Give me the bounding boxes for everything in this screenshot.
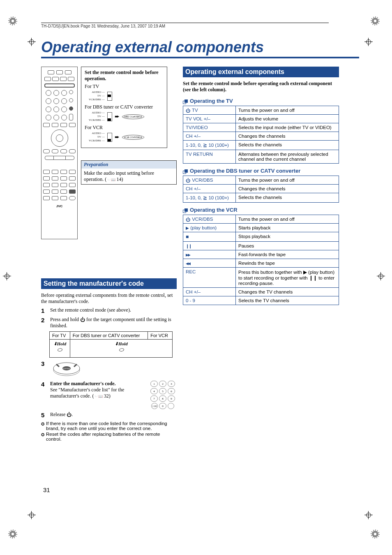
table-row: TV/VIDEOSelects the input mode (either T… xyxy=(183,123,339,132)
stop-icon xyxy=(186,234,189,239)
number-pad-icon: 123 456 789 ≥100 xyxy=(149,381,177,409)
step-3-diagram: ENTER xyxy=(50,360,177,378)
gear-icon xyxy=(8,16,17,25)
gear-icon xyxy=(371,16,380,25)
gear-icon xyxy=(371,530,380,539)
right-section-header: Operating external components xyxy=(183,67,339,77)
preparation-box: Preparation Make the audio input setting… xyxy=(81,160,177,185)
table-row: VCR/DBSTurns the power on and off xyxy=(183,176,339,185)
power-icon xyxy=(67,412,71,418)
for-vcr-label: For VCR xyxy=(85,125,164,131)
table-row: RECPress this button together with ▶ (pl… xyxy=(183,268,339,288)
crop-mark xyxy=(364,510,374,520)
bullet-icon xyxy=(41,421,44,431)
remote-brand: JVC xyxy=(56,204,63,208)
table-row: TV RETURNAlternates between the previous… xyxy=(183,150,339,164)
tv-table: TVTurns the power on and offTV VOL +/–Ad… xyxy=(183,106,339,164)
vcr-subheading: Operating the VCR xyxy=(183,207,339,213)
step-5-text: Release . xyxy=(50,412,177,419)
vcr-table: VCR/DBSTurns the power on and off (play … xyxy=(183,215,339,305)
table-row: Stops playback xyxy=(183,232,339,242)
left-intro-text: Before operating external components fro… xyxy=(41,292,177,305)
hold-table: For TV For DBS tuner or CATV converter F… xyxy=(49,331,173,358)
pause-icon xyxy=(186,243,191,248)
table-row: TV VOL +/–Adjusts the volume xyxy=(183,115,339,123)
table-row: Pauses xyxy=(183,242,339,250)
page-ref-icon xyxy=(95,393,104,399)
for-dbs-label: For DBS tuner or CATV converter xyxy=(85,104,164,110)
table-row: CH +/–Changes the channels xyxy=(183,132,339,141)
preparation-title: Preparation xyxy=(81,161,176,169)
dbs-subheading: Operating the DBS tuner or CATV converte… xyxy=(183,168,339,174)
table-row: 0 - 9Selects the TV channels xyxy=(183,296,339,305)
page-ref-icon xyxy=(108,176,116,182)
step-4-text: 123 456 789 ≥100 Enter the manufacturer'… xyxy=(50,381,177,409)
table-row: Rewinds the tape xyxy=(183,259,339,268)
tv-subheading: Operating the TV xyxy=(183,98,339,104)
mode-intro: Set the remote control mode before opera… xyxy=(85,69,164,82)
play-icon xyxy=(186,225,189,230)
table-row: CH +/–Changes the channels xyxy=(183,185,339,193)
down-arrow-icon: ⬇ xyxy=(53,341,57,346)
table-row: (play button)Starts playback xyxy=(183,224,339,232)
table-row: 1-10, 0, ≧ 10 (100+)Selects the channels xyxy=(183,193,339,203)
power-icon xyxy=(186,108,191,113)
arrow-right-icon xyxy=(115,134,120,141)
crop-mark xyxy=(364,37,374,47)
header-info: TH-D7D5[U]EN.book Page 31 Wednesday, Jun… xyxy=(41,24,359,28)
crop-mark xyxy=(2,271,12,281)
step-2-text: Press and hold for the target component … xyxy=(50,317,177,329)
left-column: JVC Set the remote control mode before o… xyxy=(41,67,177,443)
power-icon xyxy=(80,317,85,323)
table-row: TVTurns the power on and off xyxy=(183,106,339,115)
down-arrow-icon: ⬇ xyxy=(115,341,118,346)
mode-instruction-box: Set the remote control mode before opera… xyxy=(81,67,167,148)
bullet-icon xyxy=(41,432,44,442)
vcr-control-label: VCR CONTROL xyxy=(122,135,144,140)
right-column: Operating external components Set the re… xyxy=(183,67,339,443)
table-row: CH +/–Changes the TV channels xyxy=(183,288,339,296)
step-1-text: Set the remote control mode (see above). xyxy=(50,307,177,314)
right-intro-text: Set the remote control mode before opera… xyxy=(183,81,339,93)
crop-mark xyxy=(27,510,37,520)
table-row: 1-10, 0, ≧ 10 (100+)Selects the channels xyxy=(183,141,339,150)
content-columns: JVC Set the remote control mode before o… xyxy=(41,67,359,443)
power-icon xyxy=(186,217,191,222)
svg-text:ENTER: ENTER xyxy=(63,368,70,370)
notes-list: If there is more than one code listed fo… xyxy=(41,421,177,442)
page: TH-D7D5[U]EN.book Page 31 Wednesday, Jun… xyxy=(0,0,392,555)
dbs-control-label: DBS CONTROL xyxy=(122,114,144,119)
page-number: 31 xyxy=(43,486,50,493)
power-icon xyxy=(186,178,191,183)
ff-icon xyxy=(186,252,190,257)
main-title: Operating external components xyxy=(41,39,359,58)
rw-icon xyxy=(186,261,190,266)
remote-diagram: JVC xyxy=(41,67,78,239)
dbs-table: VCR/DBSTurns the power on and offCH +/–C… xyxy=(183,176,339,203)
crop-mark xyxy=(376,271,386,281)
gear-icon xyxy=(8,530,17,539)
for-tv-label: For TV xyxy=(85,83,164,90)
table-row: Fast-forwards the tape xyxy=(183,250,339,259)
arrow-right-icon xyxy=(115,113,120,120)
crop-mark xyxy=(27,37,37,47)
table-row: VCR/DBSTurns the power on and off xyxy=(183,215,339,224)
left-section-header: Setting the manufacturer's code xyxy=(41,278,177,289)
